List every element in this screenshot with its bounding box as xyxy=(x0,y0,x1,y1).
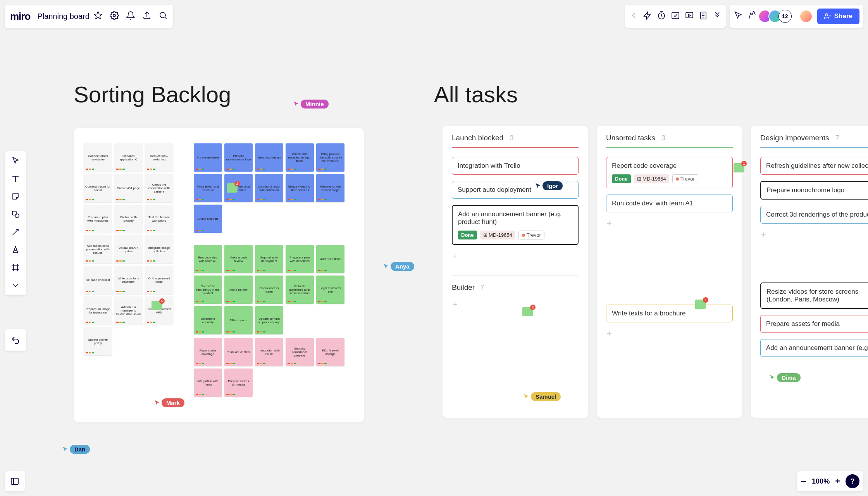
add-card-button[interactable]: + xyxy=(453,251,578,261)
sticky-note[interactable]: Integrate image optimizer xyxy=(145,235,173,264)
panel-toggle-button[interactable] xyxy=(5,471,25,491)
task-card[interactable]: Prepare monochrome logo xyxy=(760,181,868,200)
sticky-note[interactable]: Update content on product page xyxy=(255,306,283,334)
sticky-note[interactable]: Run code dev. with team A1 xyxy=(194,245,222,273)
text-tool-icon[interactable] xyxy=(10,173,21,184)
task-card[interactable]: Correct 3d renderings of the product xyxy=(760,206,868,224)
sticky-note[interactable]: Add deep links xyxy=(316,245,344,273)
sticky-note[interactable]: Integration with Trello xyxy=(194,369,222,397)
select-tool-icon[interactable] xyxy=(10,155,21,167)
lightning-icon[interactable] xyxy=(643,11,652,22)
task-card[interactable]: Write texts for a brochure xyxy=(606,305,733,322)
sticky-tool-icon[interactable] xyxy=(10,191,21,202)
comment-badge-icon[interactable] xyxy=(227,183,238,193)
task-card[interactable]: Integration with Trello xyxy=(452,157,579,175)
sticky-note[interactable]: Fix bug with Shopify xyxy=(114,205,143,233)
comment-badge-icon[interactable] xyxy=(695,300,706,309)
chevron-left-icon[interactable] xyxy=(629,11,638,22)
task-card[interactable]: Add an announcement banner (e.g. xyxy=(760,339,868,357)
task-card[interactable]: Resize videos for store screens (London,… xyxy=(760,282,868,309)
sticky-note[interactable]: Refresh guidelines after new collection xyxy=(286,276,314,304)
shape-tool-icon[interactable] xyxy=(10,208,21,220)
sticky-note[interactable]: Resize videos for store screens xyxy=(286,174,314,202)
sticky-note[interactable]: Make a code review xyxy=(224,245,253,273)
pointer-mode-icon[interactable] xyxy=(734,11,743,22)
sticky-note[interactable]: Update cookie policy xyxy=(84,327,112,355)
sticky-note[interactable]: Prepare for the second stage xyxy=(316,174,344,202)
sticky-note[interactable]: Write texts for a brochure xyxy=(194,174,222,202)
add-card-button[interactable]: + xyxy=(607,329,732,339)
frame-tool-icon[interactable] xyxy=(10,262,21,274)
sticky-note[interactable]: Fix system error xyxy=(194,143,222,172)
sticky-note[interactable]: Push last content xyxy=(224,338,253,366)
comment-badge-icon[interactable] xyxy=(734,163,744,172)
sticky-note[interactable]: Check snippets xyxy=(194,205,222,233)
collaborator-avatars[interactable]: 12 xyxy=(761,10,792,23)
comment-badge-icon[interactable] xyxy=(522,307,533,316)
sticky-note[interactable]: Bring product characteristics to the fro… xyxy=(316,143,344,172)
zoom-in-button[interactable]: + xyxy=(835,476,840,486)
task-card[interactable]: Add an announcement banner (e.g. product… xyxy=(452,205,579,245)
sticky-note[interactable]: Security compliance prepare xyxy=(286,338,314,366)
sticky-note[interactable]: Reduce task-switching xyxy=(145,143,173,172)
sticky-note[interactable]: Prepare a plan with milestones xyxy=(84,205,112,233)
sticky-note[interactable]: Add a banner xyxy=(224,276,253,304)
timer-icon[interactable] xyxy=(657,11,666,22)
sticky-note[interactable]: Create 404 page xyxy=(114,174,143,202)
task-card[interactable]: Refresh guidelines after new collection xyxy=(760,157,868,175)
sticky-note[interactable]: Test the feature with photo xyxy=(145,205,173,233)
board-title[interactable]: Planning board xyxy=(37,11,103,22)
sticky-note[interactable]: Legal review for site xyxy=(316,276,344,304)
sticky-note[interactable]: Filter reports xyxy=(224,306,253,334)
sticky-note[interactable]: Prepare assets for media xyxy=(224,369,253,397)
sticky-note[interactable]: Connect plugin for social xyxy=(84,174,112,202)
task-card[interactable]: Run code dev. with team A1 xyxy=(606,195,733,212)
user-avatar[interactable] xyxy=(799,10,813,23)
add-card-button[interactable]: + xyxy=(607,219,732,229)
share-button[interactable]: Share xyxy=(817,9,859,24)
search-icon[interactable] xyxy=(158,11,168,22)
voting-icon[interactable] xyxy=(671,11,680,22)
sticky-note[interactable]: Check access issue xyxy=(255,276,283,304)
sticky-note[interactable]: Online payment issue xyxy=(145,266,173,294)
export-icon[interactable] xyxy=(142,11,152,22)
sticky-note[interactable]: Release checklist xyxy=(84,266,112,294)
pen-tool-icon[interactable] xyxy=(10,244,21,256)
sticky-note[interactable]: PDL firewall change xyxy=(316,338,344,366)
sticky-note[interactable]: Prepare a plan with deadlines xyxy=(286,245,314,273)
backlog-frame[interactable]: Connect email newsletterOnboard applicat… xyxy=(74,128,364,422)
sticky-note[interactable]: Connect 2 factor authentication xyxy=(255,174,283,202)
comment-badge-icon[interactable] xyxy=(152,301,162,310)
zoom-out-button[interactable]: − xyxy=(801,475,806,487)
add-card-button[interactable]: + xyxy=(453,300,578,310)
sticky-note[interactable]: Support auto deployment xyxy=(255,245,283,273)
task-card[interactable]: Prepare assets for media xyxy=(760,315,868,333)
undo-button[interactable] xyxy=(5,329,26,351)
sticky-note[interactable]: Onboard application C xyxy=(114,143,143,172)
sticky-note[interactable]: Write texts for a brochure xyxy=(114,266,143,294)
notes-icon[interactable] xyxy=(699,11,708,22)
sticky-note[interactable]: Check data escaping in input fields xyxy=(286,143,314,172)
sticky-note[interactable]: Prepare an image for instagram xyxy=(84,296,112,325)
sticky-note[interactable]: Prepare monochrome logo xyxy=(224,143,253,172)
miro-logo[interactable]: miro xyxy=(10,10,30,22)
more-tools-icon[interactable] xyxy=(10,280,21,291)
sticky-note[interactable]: Check the connection with camera xyxy=(145,174,173,202)
sticky-note[interactable]: Determine capacity xyxy=(194,306,222,334)
present-icon[interactable] xyxy=(685,11,694,22)
avatar-count[interactable]: 12 xyxy=(778,10,792,23)
sticky-note[interactable]: New blog design xyxy=(255,143,283,172)
sticky-note[interactable]: Upload an API update xyxy=(114,235,143,264)
task-card[interactable]: Report code coverageDone⊞ MD-19654Trevor xyxy=(606,157,733,188)
notification-icon[interactable] xyxy=(126,11,135,22)
arrow-tool-icon[interactable] xyxy=(10,226,21,238)
star-icon[interactable] xyxy=(93,11,103,22)
sticky-note[interactable]: Report code coverage xyxy=(194,338,222,366)
reactions-icon[interactable] xyxy=(747,11,757,22)
sticky-note[interactable]: Connect email newsletter xyxy=(84,143,112,172)
sticky-note[interactable]: Add media kit to presentation with resul… xyxy=(84,235,112,264)
sticky-note[interactable]: Add media manager to launch discussion xyxy=(114,296,143,325)
add-card-button[interactable]: + xyxy=(761,230,868,240)
settings-icon[interactable] xyxy=(110,11,119,22)
help-button[interactable]: ? xyxy=(846,474,859,488)
